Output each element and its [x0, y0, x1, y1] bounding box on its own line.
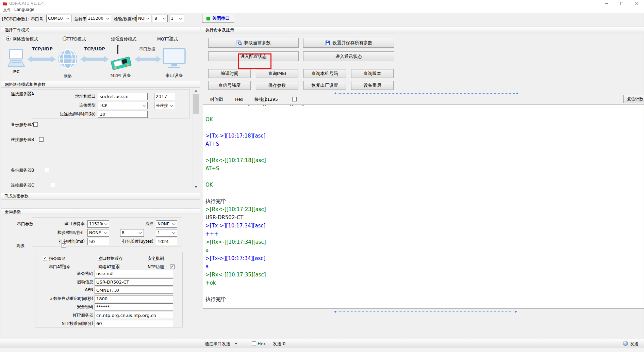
- link-label-serial-data: 串口数据: [137, 46, 158, 52]
- server-b-checkbox[interactable]: [39, 137, 44, 142]
- serial-params-group-label: 串口参数: [17, 221, 33, 227]
- short-conn-timeout-label: 短连接超时时间(秒): [33, 111, 96, 117]
- log-output[interactable]: >[Rx<-][10:17:17][asc] OK >[Tx->][10:17:…: [203, 104, 644, 309]
- params-scrollbar[interactable]: [193, 88, 198, 190]
- tls-params-header: TLS加密参数: [1, 193, 200, 199]
- log-splitter-top[interactable]: [338, 93, 515, 94]
- menu-file[interactable]: 文件: [3, 7, 11, 13]
- factory-reset-button[interactable]: 恢复出厂设置: [303, 81, 346, 90]
- titlebar: USR-CAT1 V1.1.4: [0, 0, 644, 7]
- m2m-module-icon: [109, 45, 133, 73]
- server-a-label: 连接服务器A: [11, 91, 34, 97]
- rx-hex-checkbox[interactable]: [292, 97, 297, 101]
- usr-cat1-window: { "window": { "title": "USR-CAT1 V1.1.4"…: [0, 0, 644, 352]
- window-bottom-strip: [0, 348, 644, 352]
- close-button[interactable]: [629, 0, 644, 7]
- log-splitter-bottom[interactable]: [338, 311, 513, 312]
- security-password-input[interactable]: [95, 303, 173, 310]
- conn-type-label: 连接类型: [33, 102, 96, 108]
- server-c-label: 连接服务器C: [11, 182, 34, 188]
- boot-message-input[interactable]: [95, 278, 173, 286]
- parity-select[interactable]: NONI: [136, 15, 151, 22]
- g-databits-select[interactable]: 8: [120, 229, 144, 237]
- scrollbar-thumb[interactable]: [193, 94, 199, 114]
- topology-diagram: PC TCP/UDP 网络 TCP/UDP M2M 设备 串口数据: [0, 44, 200, 80]
- enter-comm-state-button[interactable]: 进入通讯状态: [303, 51, 394, 61]
- databits-select[interactable]: 8: [153, 15, 168, 22]
- app-icon: [3, 1, 7, 6]
- advanced-params-box: 指令回显 串口数据缓存 安全机制 串口AT指令 网络AT指令 NTP功能 命令密…: [35, 252, 183, 327]
- sent-counter: 发送:0: [273, 341, 285, 347]
- rx-hex-label: Hex: [235, 97, 243, 102]
- query-version-button[interactable]: 查询版本: [351, 69, 394, 78]
- stopbits-select[interactable]: 1: [169, 15, 184, 22]
- maximize-button[interactable]: [614, 0, 629, 7]
- advanced-checkbox[interactable]: [62, 243, 66, 248]
- security-password-label: 安全密码: [36, 304, 93, 310]
- no-data-restart-input[interactable]: [95, 295, 173, 302]
- get-current-params-button[interactable]: 获取当前参数: [208, 38, 299, 48]
- menu-language[interactable]: Language: [14, 7, 34, 12]
- save-params-button[interactable]: 保存参数: [256, 81, 298, 90]
- backup-b-checkbox[interactable]: [45, 168, 49, 172]
- short-conn-timeout-input[interactable]: [98, 111, 148, 118]
- net-at-label: 网络AT指令: [98, 264, 120, 270]
- send-button[interactable]: 发送: [630, 341, 639, 347]
- link-label-tcp-udp-2: TCP/UDP: [84, 46, 105, 51]
- addr-port-label: 地址和端口: [33, 94, 96, 99]
- ntp-checkbox[interactable]: [170, 265, 175, 269]
- baud-select[interactable]: 115200: [86, 15, 111, 22]
- set-save-all-params-button[interactable]: 设置并保存所有参数: [303, 38, 394, 48]
- server-b-label: 连接服务器B: [11, 137, 34, 143]
- apn-label: APN: [36, 287, 93, 292]
- query-imei-button[interactable]: 查询IMEI: [256, 69, 298, 78]
- minimize-button[interactable]: [599, 0, 614, 7]
- ntp-server-input[interactable]: [95, 312, 173, 319]
- pack-len-input[interactable]: [156, 238, 177, 245]
- scroll-down-icon[interactable]: [193, 184, 199, 190]
- query-signal-button[interactable]: 查信号强度: [208, 81, 251, 90]
- minimize-icon: [605, 3, 608, 4]
- reset-counter-button[interactable]: 复位计数: [623, 95, 644, 103]
- g-parity-select[interactable]: NONE: [87, 229, 109, 237]
- radio-label: HTTPD模式: [63, 36, 86, 42]
- splitter-arrow-icon: [514, 311, 517, 313]
- pc-node-label: PC: [10, 69, 23, 74]
- close-serial-port-button[interactable]: 关闭串口: [202, 14, 234, 23]
- serial-cache-label: 串口数据缓存: [98, 256, 123, 261]
- cmd-password-input[interactable]: [95, 270, 173, 277]
- chevron-down-icon: [172, 231, 176, 234]
- tx-hex-checkbox[interactable]: [252, 341, 256, 346]
- cmd-echo-checkbox[interactable]: [43, 256, 47, 260]
- query-phone-number-button[interactable]: 查询本机号码: [303, 69, 346, 78]
- send-sphere-icon: [623, 341, 628, 346]
- keepalive-select[interactable]: 长连接: [154, 102, 175, 109]
- g-baud-select[interactable]: 115200: [87, 220, 109, 228]
- ntp-period-input[interactable]: [95, 320, 173, 327]
- chevron-down-icon: [235, 343, 237, 345]
- network-node-label: 网络: [60, 74, 75, 79]
- g-stopbits-select[interactable]: 1: [156, 229, 177, 237]
- radio-net-transparent-mode[interactable]: [6, 36, 11, 41]
- backup-b-label: 备份服务器B: [11, 167, 34, 173]
- compile-time-button[interactable]: 编译时间: [208, 69, 251, 78]
- flow-ctrl-select[interactable]: NONE: [156, 220, 177, 228]
- pack-time-input[interactable]: [87, 238, 109, 245]
- ntp-period-label: NTP校准周期(分): [36, 321, 93, 326]
- pc-serial-params-label: [PC串口参数]：串口号: [2, 16, 43, 22]
- server-a-address-input[interactable]: [98, 93, 148, 100]
- send-mode-dropdown[interactable]: 通过串口发送: [205, 341, 230, 347]
- conn-type-select[interactable]: TCP: [98, 102, 148, 109]
- scroll-up-icon[interactable]: [193, 88, 199, 94]
- save-floppy-icon: [325, 40, 330, 45]
- server-a-port-input[interactable]: [154, 93, 175, 100]
- double-arrow-icon: [135, 55, 161, 63]
- net-params-header: 网络透传模式相关参数: [1, 81, 200, 88]
- com-port-select[interactable]: COM10: [46, 15, 71, 22]
- panel-divider: [201, 27, 201, 336]
- device-restart-button[interactable]: 设备重启: [351, 81, 394, 90]
- radio-label: 网络透传模式: [13, 36, 38, 42]
- apn-input[interactable]: [95, 287, 173, 294]
- server-c-checkbox[interactable]: [51, 183, 55, 187]
- m2m-node-label: M2M 设备: [108, 73, 133, 79]
